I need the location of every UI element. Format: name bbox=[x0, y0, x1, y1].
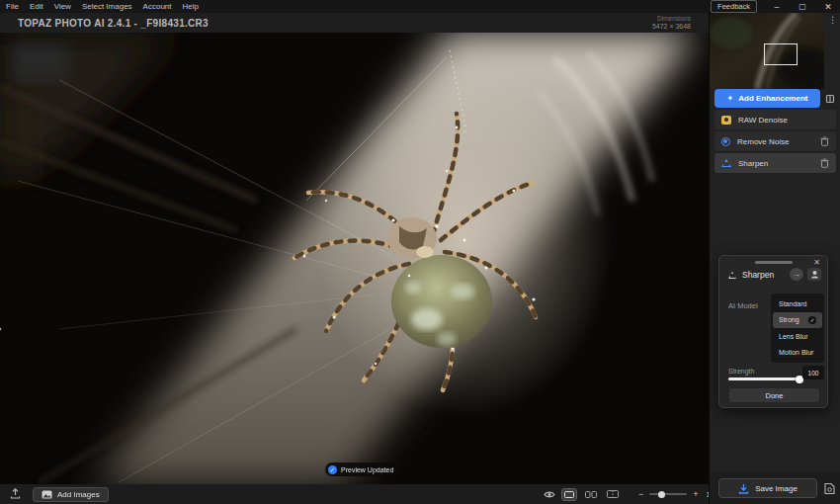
sharpen-icon bbox=[728, 272, 736, 279]
trash-icon[interactable] bbox=[820, 132, 829, 150]
app-window: File Edit View Select Images Account Hel… bbox=[0, 0, 840, 504]
split-view-button[interactable] bbox=[583, 488, 599, 501]
model-option-lens-blur[interactable]: Lens Blur bbox=[773, 328, 822, 345]
close-panel-icon[interactable]: ✕ bbox=[813, 258, 820, 267]
zoom-slider[interactable] bbox=[649, 493, 687, 495]
sharpen-settings-panel: ✕ Sharpen → AI Model Standard Strong ✓ bbox=[718, 255, 828, 408]
selected-check-icon: ✓ bbox=[808, 316, 816, 324]
dimensions-label: Dimensions bbox=[652, 15, 691, 22]
toast-check-icon: ✓ bbox=[328, 465, 337, 474]
single-view-button[interactable] bbox=[561, 488, 577, 501]
save-area: Save Image bbox=[709, 472, 840, 504]
menu-bar: File Edit View Select Images Account Hel… bbox=[0, 0, 840, 13]
preview-updated-toast: ✓ Preview Updated bbox=[325, 462, 401, 476]
trash-icon[interactable] bbox=[820, 154, 829, 172]
enhancement-row-remove-noise[interactable]: Remove Noise bbox=[714, 131, 836, 151]
kebab-menu-icon[interactable]: ⋮ bbox=[828, 16, 837, 25]
ai-model-dropdown: Standard Strong ✓ Lens Blur Motion Blur bbox=[771, 294, 824, 363]
menu-select-images[interactable]: Select Images bbox=[82, 2, 132, 11]
save-image-button[interactable]: Save Image bbox=[718, 478, 817, 498]
enhancement-row-sharpen[interactable]: Sharpen bbox=[714, 153, 836, 173]
panel-title: Sharpen bbox=[742, 270, 774, 280]
ai-model-label: AI Model bbox=[728, 301, 758, 310]
model-option-motion-blur[interactable]: Motion Blur bbox=[773, 345, 822, 362]
dimensions-value: 5472 × 3648 bbox=[652, 23, 691, 31]
sharpen-icon bbox=[721, 159, 731, 167]
subject-mask-icon[interactable] bbox=[807, 268, 821, 281]
enhancement-row-raw-denoise[interactable]: RAW Denoise bbox=[714, 110, 836, 129]
spider-photo bbox=[0, 33, 709, 484]
raw-denoise-icon bbox=[721, 116, 731, 125]
sparkle-icon: ✦ bbox=[727, 94, 734, 103]
zoom-out-icon[interactable]: − bbox=[638, 489, 643, 499]
menu-account[interactable]: Account bbox=[143, 2, 172, 11]
export-icon[interactable] bbox=[10, 485, 21, 503]
enhancement-label: RAW Denoise bbox=[738, 116, 788, 125]
menu-help[interactable]: Help bbox=[183, 2, 199, 11]
menu-file[interactable]: File bbox=[6, 2, 19, 11]
remove-noise-icon bbox=[721, 137, 730, 146]
strength-slider[interactable] bbox=[728, 378, 800, 380]
add-images-label: Add Images bbox=[57, 490, 100, 499]
navigator-viewport-rect[interactable] bbox=[764, 43, 798, 65]
enhancement-label: Sharpen bbox=[738, 159, 768, 168]
model-option-standard[interactable]: Standard bbox=[773, 295, 822, 312]
collapse-panel-icon[interactable] bbox=[824, 93, 836, 105]
done-button[interactable]: Done bbox=[729, 388, 819, 402]
model-option-label: Standard bbox=[779, 300, 806, 307]
enhancement-label: Remove Noise bbox=[737, 137, 789, 146]
close-icon[interactable]: ✕ bbox=[822, 2, 834, 12]
title-strip: TOPAZ PHOTO AI 2.4.1 - _F9I8431.CR3 Dime… bbox=[0, 13, 709, 33]
strength-label: Strength bbox=[728, 368, 754, 375]
feedback-button[interactable]: Feedback bbox=[711, 0, 757, 13]
side-by-side-view-button[interactable] bbox=[605, 488, 621, 501]
drag-handle[interactable] bbox=[755, 261, 793, 264]
preview-toggle-icon[interactable]: → bbox=[790, 268, 803, 281]
image-icon bbox=[42, 490, 52, 499]
zoom-in-icon[interactable]: + bbox=[693, 489, 698, 499]
add-enhancement-button[interactable]: ✦ Add Enhancement bbox=[714, 89, 820, 108]
model-option-label: Motion Blur bbox=[779, 349, 813, 356]
add-images-button[interactable]: Add Images bbox=[33, 487, 109, 502]
toast-label: Preview Updated bbox=[341, 466, 393, 473]
model-option-label: Strong bbox=[779, 316, 799, 323]
add-enhancement-label: Add Enhancement bbox=[738, 94, 807, 103]
zoom-slider-knob[interactable] bbox=[658, 491, 665, 498]
maximize-icon[interactable]: ▢ bbox=[797, 2, 808, 11]
eye-icon[interactable] bbox=[544, 485, 555, 503]
minimize-icon[interactable]: – bbox=[771, 2, 783, 12]
photo-canvas[interactable]: ✓ Preview Updated bbox=[0, 33, 709, 484]
save-settings-icon[interactable] bbox=[823, 481, 836, 499]
download-icon bbox=[738, 483, 749, 494]
view-tools: − + 100% ∧ bbox=[544, 484, 736, 504]
menu-edit[interactable]: Edit bbox=[30, 2, 43, 11]
image-dimensions: Dimensions 5472 × 3648 bbox=[652, 15, 691, 31]
page-title: TOPAZ PHOTO AI 2.4.1 - _F9I8431.CR3 bbox=[18, 18, 209, 29]
save-image-label: Save Image bbox=[755, 484, 798, 493]
model-option-label: Lens Blur bbox=[779, 333, 808, 340]
navigator-thumbnail[interactable] bbox=[710, 13, 824, 89]
model-option-strong[interactable]: Strong ✓ bbox=[773, 312, 822, 329]
menu-view[interactable]: View bbox=[54, 2, 71, 11]
strength-value-field[interactable]: 100 bbox=[802, 366, 824, 379]
